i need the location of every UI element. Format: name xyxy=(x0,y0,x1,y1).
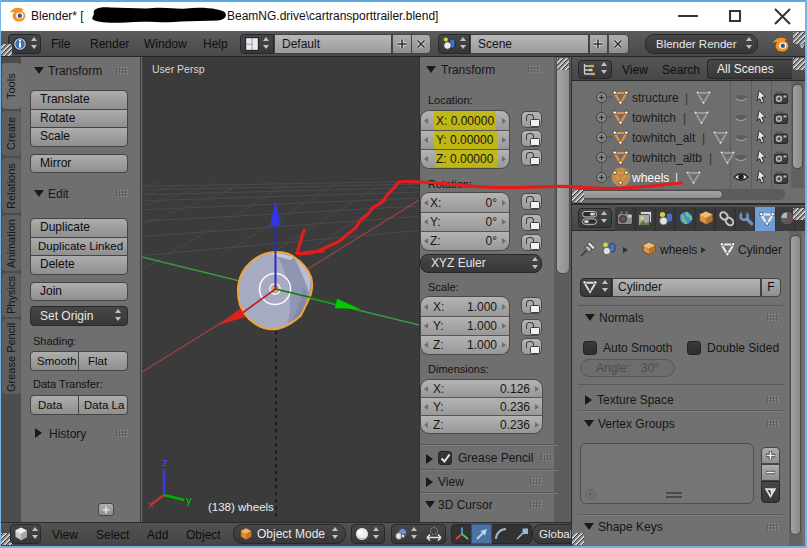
svg-text:Animation: Animation xyxy=(5,219,17,268)
svg-text:|: | xyxy=(709,151,712,165)
svg-text:Tools: Tools xyxy=(5,73,17,99)
svg-text:(138) wheels: (138) wheels xyxy=(208,501,274,513)
svg-text:Physics: Physics xyxy=(5,276,17,314)
svg-text:towhitch: towhitch xyxy=(632,111,676,125)
svg-text:Grease Pencil: Grease Pencil xyxy=(5,323,17,392)
svg-text:towhitch_alt: towhitch_alt xyxy=(632,131,696,145)
svg-text:|: | xyxy=(702,131,705,145)
svg-text:x: x xyxy=(148,498,154,510)
svg-text:|: | xyxy=(685,91,688,105)
svg-text:structure: structure xyxy=(632,91,679,105)
svg-text:|: | xyxy=(683,111,686,125)
svg-text:Create: Create xyxy=(5,117,17,150)
svg-text:wheels: wheels xyxy=(631,171,669,185)
svg-text:towhitch_altb: towhitch_altb xyxy=(632,151,702,165)
svg-text:Cylinder: Cylinder xyxy=(738,243,782,257)
svg-text:|: | xyxy=(675,171,678,185)
svg-text:wheels: wheels xyxy=(659,243,697,257)
svg-text:Relations: Relations xyxy=(5,163,17,209)
svg-text:y: y xyxy=(186,494,192,506)
svg-text:z: z xyxy=(162,456,168,468)
svg-text:User Persp: User Persp xyxy=(152,63,205,75)
